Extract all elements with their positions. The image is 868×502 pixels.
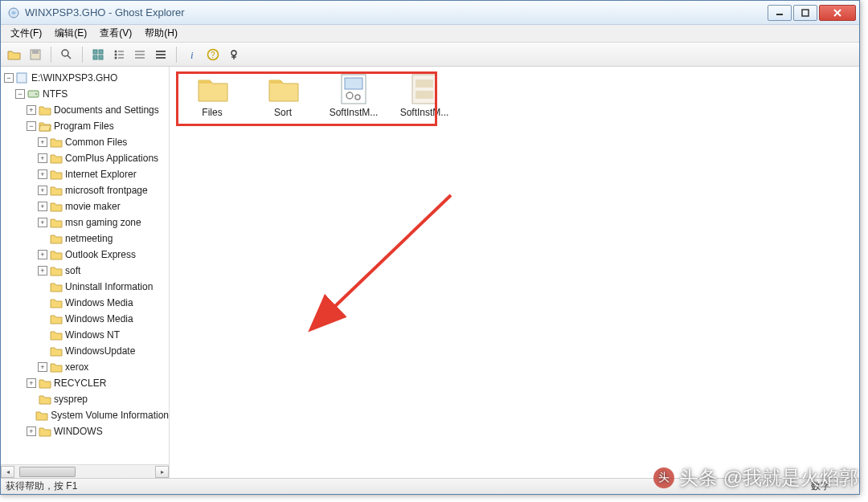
svg-rect-24 (156, 57, 166, 59)
file-label: SoftInstM... (396, 107, 452, 118)
tree-label: Common Files (65, 137, 127, 148)
tree-item-common[interactable]: +Common Files (38, 134, 169, 150)
tree-item-frontpage[interactable]: +microsoft frontpage (38, 182, 169, 198)
tree-pane: − E:\WINXPSP3.GHO − NTFS (1, 67, 170, 478)
svg-line-8 (68, 55, 71, 59)
tree-item-complus[interactable]: +ComPlus Applications (38, 150, 169, 166)
tree-item-uninstall[interactable]: Uninstall Information (38, 279, 169, 295)
svg-rect-22 (156, 51, 166, 52)
folder-icon (50, 297, 63, 308)
tree-ntfs[interactable]: − NTFS (15, 86, 169, 102)
tree-label: microsoft frontpage (65, 185, 148, 196)
scroll-left-icon[interactable]: ◂ (1, 466, 14, 478)
tree-label: Outlook Express (65, 249, 136, 260)
tree-item[interactable]: sysprep (27, 391, 169, 407)
tree-item-winupdate[interactable]: WindowsUpdate (38, 343, 169, 359)
tree-item-netmeeting[interactable]: netmeeting (38, 231, 169, 247)
window-title: WINXPSP3.GHO - Ghost Explorer (25, 6, 766, 18)
folder-icon (39, 378, 51, 389)
folder-icon (50, 233, 63, 244)
horizontal-scrollbar[interactable]: ◂ ▸ (1, 464, 169, 478)
tree-label: ComPlus Applications (65, 153, 158, 164)
statusbar: 获得帮助，按 F1 数字 (1, 478, 859, 494)
tree-label: Windows NT (65, 329, 120, 341)
help-icon[interactable]: ? (204, 46, 222, 63)
tree-item-soft[interactable]: +soft (38, 263, 169, 279)
folder-icon (50, 361, 63, 373)
search-icon[interactable] (58, 46, 76, 63)
svg-rect-35 (345, 78, 362, 89)
menu-view[interactable]: 查看(V) (93, 25, 138, 42)
menu-help[interactable]: 帮助(H) (138, 25, 184, 42)
file-item-1[interactable]: Sort (255, 73, 311, 118)
svg-rect-9 (93, 50, 97, 54)
svg-rect-6 (32, 50, 39, 54)
list-pane[interactable]: FilesSortSoftInstM...SoftInstM... (170, 67, 859, 478)
tree-item-wm2[interactable]: Windows Media (38, 311, 169, 327)
save-icon[interactable] (27, 46, 44, 63)
tree-program-files[interactable]: −Program Files (27, 118, 169, 134)
svg-rect-23 (156, 54, 166, 55)
tree-item-winnt[interactable]: Windows NT (38, 327, 169, 343)
tree-item[interactable]: System Volume Information (27, 407, 169, 423)
tree-root[interactable]: − E:\WINXPSP3.GHO (4, 70, 169, 86)
svg-rect-38 (412, 75, 436, 104)
file-item-3[interactable]: SoftInstM... (396, 73, 452, 118)
folder-icon (195, 73, 229, 105)
file-item-0[interactable]: Files (184, 73, 240, 118)
scroll-right-icon[interactable]: ▸ (155, 466, 169, 478)
close-button[interactable] (819, 5, 856, 21)
svg-point-17 (115, 56, 117, 59)
svg-rect-39 (416, 80, 433, 88)
tree-item-wm1[interactable]: Windows Media (38, 295, 169, 311)
view-large-icon[interactable] (89, 46, 107, 63)
maximize-button[interactable] (793, 5, 817, 21)
svg-rect-40 (416, 91, 433, 99)
tree-item[interactable]: +WINDOWS (27, 423, 169, 439)
folder-icon (50, 249, 63, 260)
drive-icon (27, 88, 40, 100)
tree-label: Internet Explorer (65, 169, 137, 180)
folder-icon (50, 345, 63, 357)
tree-item[interactable]: +Documents and Settings (27, 102, 169, 118)
menu-edit[interactable]: 编辑(E) (48, 25, 93, 42)
tree-item-xerox[interactable]: +xerox (38, 359, 169, 375)
folder-open-icon (39, 120, 51, 132)
folder-icon (50, 265, 63, 276)
tree-label: Windows Media (65, 313, 133, 324)
view-list-icon[interactable] (131, 46, 149, 63)
file-config-icon (337, 73, 371, 105)
svg-point-7 (62, 50, 68, 56)
scroll-thumb[interactable] (19, 467, 76, 477)
tree-label: xerox (65, 361, 88, 373)
folder-icon (39, 394, 51, 405)
tree-item-ie[interactable]: +Internet Explorer (38, 166, 169, 182)
tree-item-movie[interactable]: +movie maker (38, 198, 169, 214)
file-item-2[interactable]: SoftInstM... (326, 73, 382, 118)
file-label: Sort (255, 107, 311, 118)
svg-point-13 (115, 50, 117, 52)
tree-item[interactable]: +RECYCLER (27, 375, 169, 391)
minimize-button[interactable] (768, 5, 792, 21)
open-icon[interactable] (6, 46, 23, 63)
folder-icon (39, 104, 51, 116)
status-right: 数字 (811, 480, 854, 493)
info-icon[interactable]: i (183, 46, 201, 63)
view-detail-icon[interactable] (152, 46, 170, 63)
folder-icon (50, 281, 63, 292)
folder-icon (35, 410, 48, 421)
svg-text:i: i (190, 49, 194, 61)
folder-icon (50, 185, 63, 196)
tree-item-msn[interactable]: +msn gaming zone (38, 214, 169, 231)
tree-label: WindowsUpdate (65, 345, 135, 357)
view-small-icon[interactable] (110, 46, 128, 63)
ghost-icon[interactable] (225, 46, 243, 63)
menu-file[interactable]: 文件(F) (4, 25, 48, 42)
svg-line-41 (313, 195, 451, 328)
file-label: Files (184, 107, 240, 118)
svg-rect-32 (28, 91, 39, 97)
tree-item-outlook[interactable]: +Outlook Express (38, 247, 169, 263)
folder-icon (50, 329, 63, 341)
svg-point-33 (35, 93, 37, 95)
svg-point-28 (231, 51, 236, 55)
